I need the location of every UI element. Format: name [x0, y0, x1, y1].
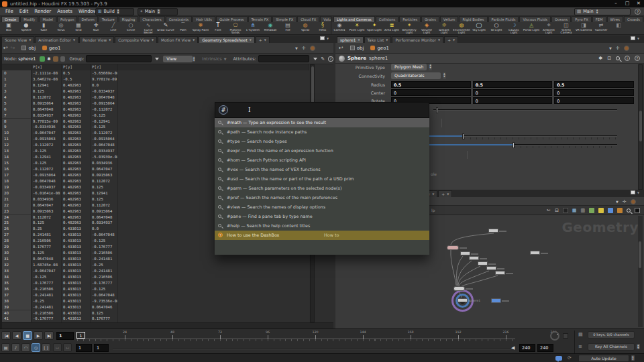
shelf-tool[interactable]: ◧ [610, 22, 627, 34]
chevron-down-icon[interactable]: ▼ [453, 38, 455, 42]
image-icon[interactable] [589, 208, 594, 213]
shelf-tool[interactable]: ☀ Point Light [348, 22, 366, 34]
center-z-field[interactable]: 0 [554, 89, 634, 96]
breadcrumb-geo1[interactable]: geo1 [370, 46, 389, 51]
stop-button[interactable]: ■ [23, 331, 32, 340]
dashbox-result-item[interactable]: How to use the DashBox How to [215, 231, 429, 240]
maximize-button[interactable]: □ [622, 0, 633, 7]
shelf-tab[interactable]: Characters [139, 16, 164, 22]
star-icon[interactable]: ✱ [47, 56, 50, 62]
rotate-y-field[interactable]: 0 [473, 97, 553, 104]
shelf-tool[interactable]: ⌒ Path [174, 22, 192, 34]
radius-x-field[interactable]: 0.5 [391, 81, 471, 88]
network-node[interactable] [460, 251, 470, 255]
shelf-tool[interactable]: § Helix [314, 22, 331, 34]
back-icon[interactable]: ↩ [339, 45, 343, 51]
chevron-down-icon[interactable]: ▼ [250, 38, 252, 42]
search-icon[interactable] [616, 56, 620, 60]
audio-button[interactable]: ♪ [11, 343, 20, 352]
sim-cache-button[interactable]: ◠ [21, 343, 30, 352]
pane-tab[interactable]: Animation Editor ▼ [35, 36, 78, 43]
breadcrumb-geo1[interactable]: geo1 [42, 46, 61, 51]
pane-tab[interactable]: + ▼ [444, 36, 458, 43]
dashbox-search-input[interactable]: # I [215, 102, 429, 118]
shelf-tab[interactable]: Oceans [551, 16, 571, 22]
shelf-tool[interactable]: ◈ Volume Light [418, 22, 435, 34]
shelf-tool[interactable]: ☼ Distant Light [435, 22, 453, 34]
chevron-down-icon[interactable]: ▼ [358, 38, 360, 42]
table-row[interactable]: 41 -0.176777 0.433013 0.176777 [2, 316, 309, 322]
chevron-down-icon[interactable]: ▼ [109, 38, 111, 42]
spreadsheet-hscroll[interactable] [0, 322, 333, 328]
chevron-down-icon[interactable]: ▼ [264, 38, 266, 42]
shelf-tool[interactable]: ◍ Environment Light [453, 22, 470, 34]
help-icon[interactable]: ? [635, 56, 640, 61]
table-row[interactable]: 36 -0.216506 0.433013 -0.125 [2, 286, 309, 292]
stepper-icon[interactable]: ▲▼ [637, 344, 640, 349]
stepper-icon[interactable]: ▲▼ [443, 72, 446, 79]
scrollbar-thumb[interactable] [639, 241, 641, 268]
chevron-down-icon[interactable]: ▼ [295, 46, 298, 50]
shelf-tool[interactable]: ✧ Ambient Light [540, 22, 557, 34]
sync-icon[interactable] [40, 56, 45, 62]
pane-tab[interactable]: Motion FX View ▼ [158, 36, 198, 43]
table-row[interactable]: 3 0.125 0.482963 -0.0334937 [2, 88, 309, 95]
pane-menu-icon[interactable]: ▼ [637, 37, 639, 40]
shelf-tab[interactable]: Crowds [624, 16, 643, 22]
shelf-tab[interactable]: Model [39, 16, 56, 22]
tools-icon[interactable]: ✂ [547, 208, 551, 213]
shelf-tab[interactable]: Deform [78, 16, 97, 22]
shelf-tool[interactable]: ⬠ Platonic Solids [227, 22, 244, 34]
dashbox-result-item[interactable]: #hom — Search Python scripting API [215, 156, 429, 165]
table-row[interactable]: 38 -0.25 0.433013 -9.73536e-08 [2, 298, 309, 304]
pane-maximize-icon[interactable] [631, 190, 635, 194]
shelf-tool[interactable]: ▮ Tube [35, 22, 52, 34]
network-node[interactable] [478, 261, 488, 265]
slider-handle[interactable] [462, 133, 464, 139]
table-row[interactable]: 0 -2.1111e-08 0.5 -5.65669e-08 [2, 70, 309, 76]
stepper-icon[interactable]: ▲▼ [631, 355, 635, 361]
last-frame-button[interactable]: ▶| [44, 331, 54, 340]
shelf-tab[interactable]: Particles [399, 16, 421, 22]
dashbox-result-item[interactable]: #type — Search node types [215, 137, 429, 146]
realtime-toggle-button[interactable]: ◷ [32, 343, 40, 352]
network-node[interactable] [453, 286, 465, 291]
chevron-down-icon[interactable]: ▼ [73, 38, 75, 42]
edit-note-icon[interactable] [608, 208, 613, 213]
pane-tab[interactable]: Geometry Spreadsheet ▼ [199, 36, 254, 43]
scene-selector[interactable]: ⌖ Main ▲▼ [138, 8, 178, 15]
menu-item[interactable]: Assets [57, 9, 72, 14]
shelf-tool[interactable]: ◍ Spiral [297, 22, 314, 34]
shelf-tab[interactable]: Constraints [166, 16, 193, 22]
shelf-tab[interactable]: Cloud FX [297, 16, 319, 22]
pane-tab[interactable]: + ▼ [438, 190, 452, 197]
shelf-tool[interactable]: ◎ Torus [52, 22, 70, 34]
shelf-tab[interactable]: FEM [592, 16, 606, 22]
frame-icon[interactable] [635, 208, 640, 213]
attributes-input[interactable] [258, 55, 309, 62]
current-frame-field[interactable]: 1 [56, 332, 74, 340]
uniform-scale-slider[interactable] [433, 109, 617, 111]
shelf-tool[interactable]: ✎ Draw Curve [157, 22, 174, 34]
shelf-tab[interactable]: Texture [99, 16, 118, 22]
shelf-tab[interactable]: Collisions [376, 16, 398, 22]
network-node[interactable] [495, 271, 505, 275]
pane-controls[interactable]: ▼ [631, 190, 639, 194]
range-limit-button[interactable]: [ ] [42, 343, 50, 352]
follow-icon[interactable] [60, 56, 66, 62]
stepper-icon[interactable]: ▲▼ [193, 56, 196, 62]
menu-item[interactable]: Render [34, 9, 51, 14]
dashbox-result-item[interactable]: #pane — Find a pane tab by type name [215, 212, 429, 221]
network-node[interactable] [491, 298, 501, 303]
channels-icon[interactable]: ▤ [578, 332, 583, 337]
params-scrollbar[interactable] [638, 64, 643, 190]
filter-icon[interactable] [313, 58, 317, 60]
chevron-down-icon[interactable]: ▼ [386, 38, 388, 42]
dashbox-result-item[interactable]: #view — Search the names of display opti… [215, 202, 429, 212]
columns-slider[interactable] [513, 144, 617, 145]
pane-tab[interactable]: + ▼ [256, 36, 270, 43]
back-icon[interactable]: ↩ [3, 45, 8, 51]
network-node[interactable] [488, 229, 498, 233]
view-dropdown[interactable]: View [163, 56, 192, 62]
gear-icon[interactable]: ✱ [598, 56, 602, 61]
